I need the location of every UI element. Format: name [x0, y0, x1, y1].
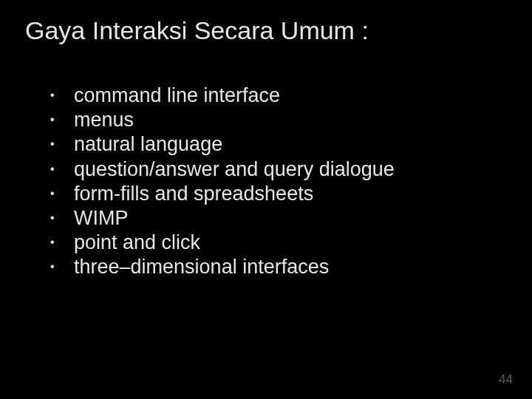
slide: Gaya Interaksi Secara Umum : command lin…: [0, 0, 532, 399]
list-item: WIMP: [44, 206, 532, 231]
slide-title: Gaya Interaksi Secara Umum :: [0, 0, 532, 45]
list-item: natural language: [44, 132, 532, 157]
list-item: menus: [44, 108, 532, 132]
list-item: form-fills and spreadsheets: [44, 182, 532, 206]
list-item: question/answer and query dialogue: [44, 157, 532, 182]
list-item: point and click: [44, 231, 532, 255]
page-number: 44: [499, 372, 513, 387]
list-item: command line interface: [44, 83, 532, 108]
list-item: three–dimensional interfaces: [44, 255, 532, 279]
bullet-list: command line interface menus natural lan…: [44, 83, 532, 280]
